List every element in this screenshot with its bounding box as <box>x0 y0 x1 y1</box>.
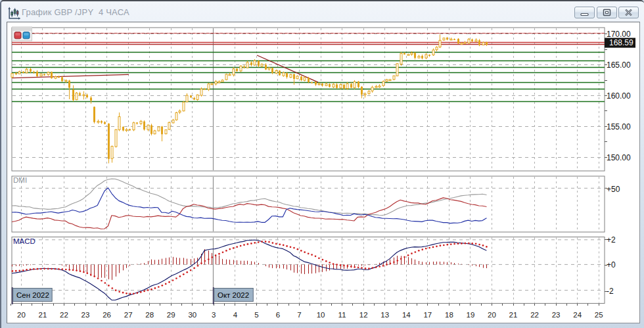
svg-text:19: 19 <box>467 311 475 319</box>
svg-text:168.59: 168.59 <box>609 38 633 47</box>
svg-text:Сен 2022: Сен 2022 <box>16 291 49 299</box>
svg-text:DMI: DMI <box>13 176 27 184</box>
svg-text:21: 21 <box>39 311 47 319</box>
svg-text:28: 28 <box>145 311 154 319</box>
svg-text:+50: +50 <box>607 185 620 194</box>
svg-text:-2: -2 <box>607 287 614 296</box>
svg-text:Окт 2022: Окт 2022 <box>218 291 249 299</box>
svg-text:11: 11 <box>338 311 346 319</box>
svg-text:13: 13 <box>380 311 389 319</box>
svg-text:25: 25 <box>595 311 603 319</box>
svg-text:7: 7 <box>297 311 301 319</box>
svg-text:170.00: 170.00 <box>607 30 631 39</box>
svg-text:22: 22 <box>530 311 539 319</box>
svg-text:3: 3 <box>212 311 216 319</box>
svg-text:30: 30 <box>188 311 196 319</box>
svg-text:27: 27 <box>124 311 133 319</box>
svg-text:+0: +0 <box>607 260 616 269</box>
svg-text:20: 20 <box>488 311 496 319</box>
svg-text:14: 14 <box>402 311 411 319</box>
svg-text:160.00: 160.00 <box>607 91 631 101</box>
svg-text:24: 24 <box>573 311 582 319</box>
svg-text:150.00: 150.00 <box>607 153 631 162</box>
svg-text:21: 21 <box>509 311 518 319</box>
svg-text:165.00: 165.00 <box>607 60 631 70</box>
svg-text:4: 4 <box>233 311 238 319</box>
svg-text:23: 23 <box>552 311 561 319</box>
svg-text:23: 23 <box>81 311 90 319</box>
svg-text:22: 22 <box>60 311 68 319</box>
svg-text:6: 6 <box>276 311 280 319</box>
svg-text:10: 10 <box>317 311 325 319</box>
svg-text:17: 17 <box>423 311 432 319</box>
svg-text:12: 12 <box>359 311 368 319</box>
svg-text:20: 20 <box>17 311 26 319</box>
svg-text:+2: +2 <box>607 235 616 245</box>
svg-text:MACD: MACD <box>13 237 35 245</box>
svg-text:26: 26 <box>103 311 111 319</box>
svg-text:29: 29 <box>167 311 175 319</box>
svg-text:18: 18 <box>445 311 453 319</box>
svg-text:155.00: 155.00 <box>607 122 631 131</box>
svg-text:5: 5 <box>254 311 258 319</box>
